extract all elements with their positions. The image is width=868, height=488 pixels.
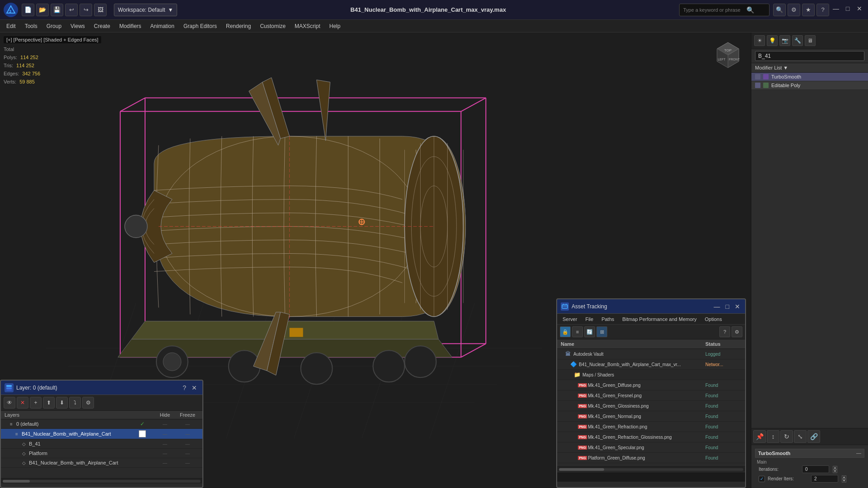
asset-menu-bitmap-perf[interactable]: Bitmap Performance and Memory (619, 316, 700, 323)
render-preview-btn[interactable]: 🖼 (94, 4, 107, 16)
asset-row-vault[interactable]: 🏛 Autodesk Vault Logged (557, 349, 745, 359)
save-file-btn[interactable]: 💾 (51, 4, 63, 16)
render-iters-spinner[interactable]: ▲ ▼ (842, 475, 846, 483)
layer-row-bomb-sub[interactable]: ◇ B41_Nuclear_Bomb_with_Airplane_Cart — … (1, 458, 202, 468)
at-btn-refresh[interactable]: 🔄 (584, 326, 595, 337)
asset-row-tex9[interactable]: PNG Platform_Green_Fresnel.png Found (557, 463, 745, 466)
redo-btn[interactable]: ↪ (80, 4, 92, 16)
asset-row-tex4[interactable]: PNG Mk.41_Green_Normal.png Found (557, 411, 745, 422)
undo-btn[interactable]: ↩ (65, 4, 78, 16)
close-btn[interactable]: ✕ (854, 4, 864, 14)
rp-icon-mod[interactable]: 🔧 (792, 35, 803, 46)
rp-scale-btn[interactable]: ⤡ (794, 430, 807, 443)
iterations-spinner[interactable]: ▲ ▼ (833, 466, 837, 473)
rp-pin-btn[interactable]: 📌 (753, 430, 766, 443)
workspace-dropdown[interactable]: Workspace: Default ▼ (114, 4, 177, 16)
layer-show-all-btn[interactable]: 👁 (4, 397, 15, 409)
asset-list[interactable]: 🏛 Autodesk Vault Logged 🔷 B41_Nuclear_Bo… (557, 349, 745, 466)
star-icon-btn[interactable]: ★ (802, 4, 815, 16)
layer-list[interactable]: ≡ 0 (default) ✓ — — ≡ B41_Nuclear_Bomb_w… (1, 419, 202, 478)
asset-menu-options[interactable]: Options (701, 316, 726, 323)
layer-move-up-btn[interactable]: ⬆ (43, 397, 55, 409)
render-iters-up-btn[interactable]: ▲ (842, 475, 846, 479)
asset-row-tex3[interactable]: PNG Mk.41_Green_Glossiness.png Found (557, 401, 745, 411)
asset-menu-file[interactable]: File (582, 316, 597, 323)
asset-panel-minimize-btn[interactable]: — (713, 303, 722, 310)
render-iters-down-btn[interactable]: ▼ (842, 479, 846, 483)
menu-graph-editors[interactable]: Graph Editors (179, 21, 221, 31)
object-name-input[interactable] (755, 51, 864, 61)
rp-move-btn[interactable]: ↕ (767, 430, 779, 443)
menu-customize[interactable]: Customize (255, 21, 290, 31)
menu-create[interactable]: Create (89, 21, 115, 31)
layer-row-bomb-cart[interactable]: ≡ B41_Nuclear_Bomb_with_Airplane_Cart — … (1, 429, 202, 439)
render-iters-value[interactable]: 2 (811, 475, 838, 483)
layer-panel-question-btn[interactable]: ? (181, 384, 188, 391)
menu-tools[interactable]: Tools (20, 21, 42, 31)
modifier-list-dropdown[interactable]: Modifier List ▼ (751, 63, 868, 73)
layer-add-btn[interactable]: + (30, 397, 42, 409)
at-btn-list[interactable]: ≡ (572, 326, 583, 337)
layer-panel-close-btn[interactable]: ✕ (190, 384, 199, 391)
layer-scrollbar-thumb[interactable] (3, 480, 30, 483)
asset-row-tex2[interactable]: PNG Mk.41_Green_Fresnel.png Found (557, 390, 745, 401)
at-btn-grid[interactable]: ⊞ (596, 326, 607, 337)
iterations-value[interactable]: 0 (802, 465, 829, 473)
maximize-btn[interactable]: □ (843, 4, 853, 14)
rp-link-btn[interactable]: 🔗 (807, 430, 820, 443)
menu-group[interactable]: Group (42, 21, 66, 31)
menu-animation[interactable]: Animation (146, 21, 179, 31)
search-bar[interactable]: 🔍 (679, 4, 769, 16)
asset-scrollbar[interactable] (557, 466, 745, 472)
asset-row-maps[interactable]: 📁 Maps / Shaders (557, 370, 745, 380)
iterations-down-btn[interactable]: ▼ (833, 469, 837, 473)
settings-icon-btn[interactable]: ⚙ (788, 4, 800, 16)
rp-icon-light[interactable]: 💡 (767, 35, 778, 46)
asset-row-tex8[interactable]: PNG Platform_Green_Diffuse.png Found (557, 453, 745, 463)
prop-section-turbosomooth[interactable]: TurboSmooth — (755, 449, 864, 458)
asset-input-field[interactable] (557, 472, 745, 480)
layer-delete-btn[interactable]: ✕ (17, 397, 28, 409)
new-file-btn[interactable]: 📄 (22, 4, 34, 16)
layer-row-default[interactable]: ≡ 0 (default) ✓ — — (1, 419, 202, 429)
asset-row-tex5[interactable]: PNG Mk.41_Green_Refraction.png Found (557, 422, 745, 432)
help-icon-btn[interactable]: 🔍 (773, 4, 786, 16)
layer-settings-btn[interactable]: ⚙ (82, 397, 94, 409)
menu-views[interactable]: Views (66, 21, 89, 31)
search-input[interactable] (683, 7, 746, 13)
open-file-btn[interactable]: 📂 (36, 4, 49, 16)
layer-row-platform[interactable]: ◇ Platform — — (1, 449, 202, 458)
menu-edit[interactable]: Edit (2, 21, 20, 31)
layer-scrollbar[interactable] (1, 478, 202, 483)
layer-row-b41[interactable]: ◇ B_41 — — (1, 439, 202, 449)
rp-icon-sun[interactable]: ☀ (754, 35, 765, 46)
menu-rendering[interactable]: Rendering (221, 21, 255, 31)
menu-maxscript[interactable]: MAXScript (290, 21, 325, 31)
at-btn-settings[interactable]: ⚙ (732, 326, 742, 337)
asset-row-tex7[interactable]: PNG Mk.41_Green_Specular.png Found (557, 442, 745, 453)
search-icon[interactable]: 🔍 (746, 6, 754, 14)
minimize-btn[interactable]: — (831, 4, 841, 14)
render-iters-checkbox[interactable]: ✓ (759, 476, 765, 482)
asset-panel-maximize-btn[interactable]: □ (724, 303, 731, 310)
asset-row-scene[interactable]: 🔷 B41_Nuclear_Bomb_with_Airplane_Cart_ma… (557, 359, 745, 370)
asset-panel-close-btn[interactable]: ✕ (733, 303, 741, 310)
asset-scrollbar-thumb[interactable] (559, 468, 604, 471)
layer-move-down-btn[interactable]: ⬇ (56, 397, 68, 409)
rp-icon-disp[interactable]: 🖥 (805, 35, 816, 46)
iterations-up-btn[interactable]: ▲ (833, 466, 837, 469)
rp-icon-cam[interactable]: 📷 (779, 35, 790, 46)
question-icon-btn[interactable]: ? (816, 4, 829, 16)
asset-menu-paths[interactable]: Paths (598, 316, 618, 323)
at-btn-question[interactable]: ? (719, 326, 730, 337)
menu-help[interactable]: Help (325, 21, 345, 31)
viewcube[interactable]: TOP FRONT LEFT (710, 37, 746, 73)
asset-row-tex1[interactable]: PNG Mk.41_Green_Diffuse.png Found (557, 380, 745, 390)
at-btn-vault[interactable]: 🔒 (560, 326, 571, 337)
layer-merge-btn[interactable]: ⤵ (69, 397, 81, 409)
rp-rotate-btn[interactable]: ↻ (780, 430, 793, 443)
asset-menu-server[interactable]: Server (559, 316, 581, 323)
modifier-editable-poly[interactable]: Editable Poly (751, 81, 868, 90)
menu-modifiers[interactable]: Modifiers (115, 21, 146, 31)
asset-row-tex6[interactable]: PNG Mk.41_Green_Refraction_Glossiness.pn… (557, 432, 745, 442)
